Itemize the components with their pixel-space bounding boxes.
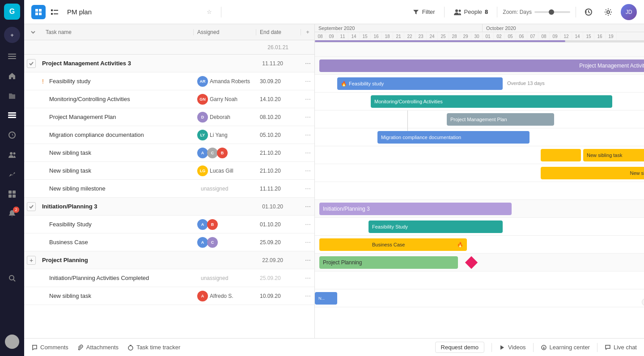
add-column-button[interactable]: + — [301, 29, 314, 35]
group-checkbox-ip3[interactable] — [27, 202, 36, 211]
videos-button[interactable]: Videos — [499, 344, 526, 351]
task-more-feasibility[interactable]: ⋯ — [301, 78, 314, 85]
gantt-bar-sibling1a[interactable] — [541, 149, 581, 161]
filter-button[interactable]: Filter — [409, 7, 439, 17]
task-date-sibling2: 21.10.20 — [256, 168, 301, 174]
group-toggle-pma3[interactable] — [24, 59, 42, 68]
group-toggle-pp[interactable]: + — [24, 256, 42, 265]
gantt-bar-migration[interactable]: Migration compliance documentation — [377, 131, 530, 144]
task-more-migration[interactable]: ⋯ — [301, 131, 314, 138]
group-expand-pp[interactable]: + — [27, 256, 36, 265]
task-more-pm-plan[interactable]: ⋯ — [301, 114, 314, 120]
task-more-sibling1[interactable]: ⋯ — [301, 149, 314, 156]
learning-center-button[interactable]: Learning center — [541, 344, 590, 351]
task-row-sibling3: New sibling task A Alfredo S. 10.09.20 ⋯ — [24, 287, 314, 305]
task-more-ip-completed[interactable]: ⋯ — [301, 275, 314, 281]
gantt-month-row: September 2020 October 2020 — [315, 24, 644, 32]
gantt-bar-feasibility2[interactable]: Feasibility Study — [369, 220, 503, 233]
group-toggle-ip3[interactable] — [24, 202, 42, 211]
request-demo-button[interactable]: Request demo — [435, 342, 485, 353]
live-chat-button[interactable]: Live chat — [605, 344, 637, 351]
sidebar-item-analytics[interactable] — [4, 166, 20, 182]
sidebar-item-collapse[interactable] — [4, 48, 20, 64]
sidebar-item-people[interactable] — [4, 147, 20, 163]
gantt-row-feasibility2: Feasibility Study — [315, 218, 644, 236]
sidebar-item-search[interactable] — [4, 270, 20, 286]
group-name-ip3: Initiation/Planning 3 — [42, 203, 256, 210]
people-button[interactable]: People 8 — [450, 6, 492, 18]
gantt-bar-business[interactable]: Business Case 🔥 — [369, 238, 467, 251]
avatar: AR — [197, 76, 208, 87]
gantt-bar-feasibility[interactable]: 🔥 Feasibility study — [337, 77, 503, 90]
task-more-monitoring[interactable]: ⋯ — [301, 96, 314, 102]
task-more-sibling3[interactable]: ⋯ — [301, 292, 314, 299]
gantt-bar-business-left[interactable] — [319, 238, 373, 251]
group-ip3[interactable]: Initiation/Planning 3 01.10.20 ⋯ — [24, 198, 314, 216]
bottom-bar: Comments Attachments Task time tracker R… — [24, 338, 644, 356]
gantt-bar-label-pp: Project Planning — [323, 259, 362, 266]
toggle-all-icon[interactable] — [24, 29, 42, 35]
gantt-group-pp: Project Planning — [315, 254, 644, 271]
task-date-pm-plan: 08.10.20 — [256, 114, 301, 120]
history-button[interactable] — [581, 5, 596, 19]
add-button[interactable]: + — [4, 27, 20, 43]
task-more-sibling2[interactable]: ⋯ — [301, 167, 314, 174]
svg-point-23 — [455, 9, 458, 12]
favorite-icon[interactable]: ☆ — [207, 8, 212, 15]
task-more-business[interactable]: ⋯ — [301, 239, 314, 246]
svg-point-29 — [128, 346, 133, 350]
day-08: 08 — [315, 32, 326, 40]
gantt-bar-ip3[interactable]: Initiation/Planning 3 — [319, 203, 512, 215]
task-name-sibling1: New sibling task — [49, 149, 194, 156]
svg-rect-22 — [54, 13, 58, 14]
zoom-slider-thumb — [549, 9, 554, 15]
gantt-panel: September 2020 October 2020 08 09 11 14 … — [315, 24, 644, 338]
group-more-pma3[interactable]: ⋯ — [301, 60, 314, 67]
group-pma3[interactable]: Project Management Activities 3 11.11.20… — [24, 55, 314, 72]
avatar: A — [197, 291, 208, 301]
day-06: 06 — [516, 32, 527, 40]
sidebar-item-home[interactable] — [4, 68, 20, 84]
grid-view-button[interactable] — [31, 5, 46, 19]
day-29: 29 — [460, 32, 471, 40]
zoom-control: Zoom: Days — [503, 9, 570, 15]
task-more-feasibility2[interactable]: ⋯ — [301, 221, 314, 228]
user-menu-button[interactable]: JD — [621, 4, 637, 20]
attachments-button[interactable]: Attachments — [77, 344, 119, 351]
gantt-bar-pma3[interactable]: Project Management Activities 3 — [319, 59, 644, 72]
sidebar-item-dashboard[interactable] — [4, 186, 20, 202]
gantt-bar-pp[interactable]: Project Planning — [319, 256, 458, 269]
comments-button[interactable]: Comments — [31, 344, 68, 351]
sidebar-item-timeline[interactable] — [4, 127, 20, 143]
sidebar-item-list[interactable] — [4, 107, 20, 123]
gantt-bar-sibling1b[interactable]: New sibling task — [583, 149, 644, 161]
task-row-sibling1: New sibling task A C B 21.10.20 ⋯ — [24, 144, 314, 162]
settings-button[interactable] — [601, 5, 615, 19]
sidebar-item-folders[interactable] — [4, 88, 20, 104]
list-view-button[interactable] — [47, 5, 62, 19]
scroll-thumb — [315, 40, 565, 42]
group-more-pp[interactable]: ⋯ — [301, 257, 314, 263]
time-tracker-button[interactable]: Task time tracker — [127, 344, 180, 351]
group-date-pma3: 11.11.20 — [256, 60, 301, 67]
project-title-input[interactable] — [67, 8, 201, 16]
group-more-ip3[interactable]: ⋯ — [301, 203, 314, 210]
group-checkbox-pma3[interactable] — [27, 59, 36, 68]
task-more-milestone1[interactable]: ⋯ — [301, 185, 314, 192]
day-14b: 14 — [572, 32, 583, 40]
avatar: D — [197, 112, 208, 123]
gantt-bar-monitoring[interactable]: Monitoring/Controlling Activities — [371, 95, 612, 108]
gantt-bar-label-feasibility: Feasibility study — [349, 81, 384, 86]
gantt-bar-sibling3[interactable]: N... — [315, 292, 337, 305]
svg-rect-17 — [35, 13, 38, 15]
app-logo[interactable]: G — [4, 4, 20, 20]
zoom-slider[interactable] — [534, 11, 570, 13]
gantt-bar-sibling2[interactable]: New sibling task — [541, 167, 644, 179]
user-avatar[interactable] — [5, 335, 19, 349]
task-assigned-sibling3: A Alfredo S. — [194, 291, 256, 301]
group-pp[interactable]: + Project Planning 22.09.20 ⋯ — [24, 251, 314, 269]
day-02: 02 — [494, 32, 505, 40]
day-16: 16 — [371, 32, 382, 40]
gantt-bar-pm-plan[interactable]: Project Management Plan — [447, 113, 554, 126]
sidebar-item-notifications[interactable]: 2 — [4, 206, 20, 222]
